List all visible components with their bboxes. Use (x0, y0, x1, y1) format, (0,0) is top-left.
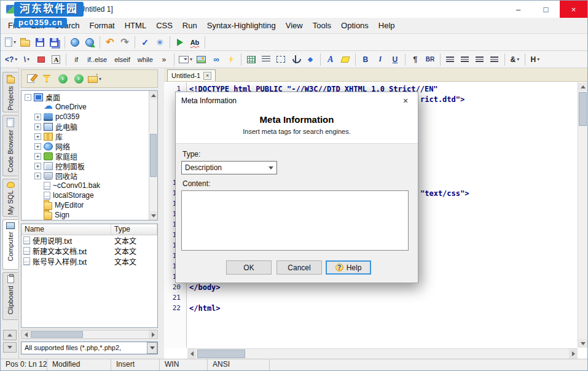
help-button[interactable]: Help (326, 260, 371, 275)
tree-item-homegroup[interactable]: +家庭组 (22, 151, 149, 161)
insert-script-button[interactable] (224, 52, 238, 67)
menu-options[interactable]: Options (336, 18, 374, 33)
insert-image-button[interactable] (195, 52, 208, 67)
expander-icon[interactable]: + (34, 163, 41, 170)
tree-item-myeditor[interactable]: MyEditor (22, 200, 149, 210)
side-tab-code-browser[interactable]: Code Browser (2, 115, 18, 176)
insert-combobox-button[interactable] (178, 52, 194, 67)
up-level-button[interactable] (88, 72, 101, 85)
forward-button[interactable]: › (72, 72, 85, 85)
insert-symbol-button[interactable]: ◆ (304, 52, 317, 67)
side-tab-computer[interactable]: Computer (2, 219, 18, 270)
file-row[interactable]: 使用说明.txt 文本文 (22, 235, 157, 246)
tree-item-onedrive[interactable]: OneDrive (22, 102, 149, 112)
expander-icon[interactable]: - (25, 94, 31, 101)
upload-button[interactable] (83, 35, 96, 50)
tree-item-network[interactable]: +网络 (22, 141, 149, 151)
file-row[interactable]: 新建文本文档.txt 文本文 (22, 246, 157, 256)
tree-item-control-panel[interactable]: +控制面板 (22, 161, 149, 171)
menu-format[interactable]: Format (85, 18, 120, 33)
tree-item-sign[interactable]: Sign (22, 210, 149, 220)
expander-icon[interactable]: + (34, 143, 41, 150)
editor-vertical-scrollbar[interactable] (578, 82, 587, 348)
edit-file-button[interactable] (24, 72, 37, 85)
code-line[interactable]: </html> (187, 304, 578, 314)
column-type[interactable]: Type (111, 224, 157, 235)
align-right-button[interactable] (473, 52, 487, 67)
scroll-down-button[interactable] (149, 211, 157, 220)
scroll-right-button[interactable] (569, 349, 578, 359)
insert-anchor-button[interactable] (289, 52, 302, 67)
entities-button[interactable]: & (508, 52, 522, 67)
tabstrip-scroll-down-button[interactable] (3, 342, 17, 353)
side-tab-mysql[interactable]: My SQL (2, 179, 18, 217)
expander-icon[interactable]: + (34, 173, 41, 179)
spell-check-button[interactable]: Ab (188, 35, 202, 50)
align-justify-button[interactable] (488, 52, 501, 67)
preview-browser-button[interactable] (68, 35, 82, 50)
scroll-left-button[interactable] (187, 349, 196, 359)
escape-button[interactable]: \ (20, 52, 33, 67)
menu-css[interactable]: CSS (151, 18, 178, 33)
tree-item-recycle-bin[interactable]: +回收站 (22, 171, 149, 181)
italic-button[interactable]: I (374, 52, 387, 67)
snippet-if-else-button[interactable]: if..else (84, 52, 110, 67)
align-center-button[interactable] (458, 52, 472, 67)
scrollbar-thumb[interactable] (150, 134, 157, 177)
tree-item-libraries[interactable]: +库 (22, 131, 149, 141)
insert-table-button[interactable] (245, 52, 258, 67)
font-style-button[interactable]: A (324, 52, 337, 67)
run-button[interactable] (173, 35, 187, 50)
maximize-button[interactable]: □ (532, 1, 560, 18)
menu-syntax-highlighting[interactable]: Syntax-Highlighting (202, 18, 281, 33)
undo-button[interactable]: ↶ (103, 35, 117, 50)
paragraph-button[interactable]: ¶ (409, 52, 422, 67)
scroll-down-button[interactable] (578, 339, 587, 348)
scroll-up-button[interactable] (578, 82, 587, 91)
expander-icon[interactable]: + (34, 133, 41, 140)
toolbar-overflow-button[interactable]: » (157, 52, 171, 67)
side-tab-clipboard[interactable]: Clipboard (2, 272, 18, 320)
scrollbar-thumb[interactable] (31, 331, 83, 338)
tree-item-localstorage[interactable]: localStorage (22, 190, 149, 200)
scrollbar-thumb[interactable] (197, 350, 245, 358)
save-all-button[interactable] (48, 35, 61, 50)
minimize-button[interactable]: – (504, 1, 532, 18)
font-dialog-button[interactable]: A (49, 52, 63, 67)
file-row[interactable]: 账号导入样例.txt 文本文 (22, 256, 157, 267)
snippet-elseif-button[interactable]: elseif (111, 52, 133, 67)
color-picker-button[interactable] (34, 52, 48, 67)
tabstrip-scroll-up-button[interactable] (3, 330, 17, 340)
tree-item-cconv01-bak[interactable]: ~cConv01.bak (22, 181, 149, 190)
menu-tools[interactable]: Tools (308, 18, 336, 33)
redo-button[interactable]: ↷ (118, 35, 131, 50)
insert-link-button[interactable]: ∞ (210, 52, 223, 67)
expander-icon[interactable]: + (34, 123, 41, 130)
open-file-button[interactable] (18, 35, 32, 50)
scroll-up-button[interactable] (149, 91, 157, 100)
syntax-check-button[interactable]: ✓ (138, 35, 152, 50)
type-select[interactable]: Description (181, 161, 277, 174)
tree-scrollbar[interactable] (149, 91, 157, 220)
cancel-button[interactable]: Cancel (276, 260, 322, 275)
content-textarea[interactable] (181, 190, 409, 251)
dialog-close-button[interactable]: × (393, 92, 418, 109)
back-button[interactable]: ‹ (56, 72, 69, 85)
editor-horizontal-scrollbar[interactable] (187, 348, 578, 359)
panel-splitter[interactable] (159, 68, 164, 359)
settings-button[interactable]: ✳ (153, 35, 167, 50)
code-line[interactable]: </body> (187, 283, 578, 294)
bold-button[interactable]: B (359, 52, 372, 67)
heading-button[interactable]: H (528, 52, 542, 67)
line-break-button[interactable]: BR (423, 52, 437, 67)
scroll-left-button[interactable] (22, 330, 30, 338)
filter-button[interactable] (40, 72, 53, 85)
close-tab-icon[interactable] (203, 72, 211, 80)
php-tag-button[interactable]: <? (4, 52, 18, 67)
ok-button[interactable]: OK (226, 260, 272, 275)
align-left-button[interactable] (444, 52, 457, 67)
expander-icon[interactable]: + (34, 153, 41, 160)
close-button[interactable]: × (560, 1, 587, 18)
tree-item-desktop[interactable]: -桌面 (22, 92, 149, 102)
highlight-button[interactable] (339, 52, 352, 67)
